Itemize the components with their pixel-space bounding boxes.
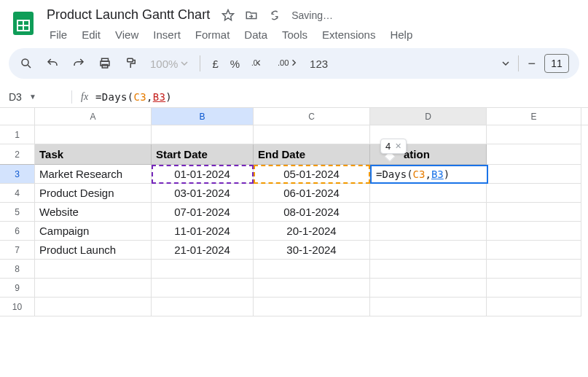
cell-B1[interactable]: [152, 125, 254, 144]
zoom-dropdown[interactable]: 100%: [150, 58, 188, 70]
formula-bar[interactable]: =Days(C3,B3): [95, 91, 172, 103]
search-icon[interactable]: [19, 56, 34, 71]
chevron-down-icon: ▼: [29, 93, 36, 101]
increase-decimal-icon[interactable]: .00: [278, 56, 298, 71]
cell-C9[interactable]: [254, 279, 370, 298]
menu-tools[interactable]: Tools: [276, 26, 313, 44]
undo-icon[interactable]: [45, 56, 60, 71]
font-size-decrease[interactable]: −: [528, 56, 536, 71]
select-all-corner[interactable]: [0, 108, 35, 125]
font-size-input[interactable]: 11: [544, 54, 569, 73]
row-header-10[interactable]: 10: [0, 298, 35, 316]
row-header-5[interactable]: 5: [0, 203, 35, 222]
row-header-4[interactable]: 4: [0, 184, 35, 203]
cell-D9[interactable]: [370, 279, 487, 298]
cell-A3[interactable]: Market Research: [35, 165, 152, 184]
star-icon[interactable]: [222, 9, 235, 22]
close-icon[interactable]: ✕: [395, 141, 401, 151]
number-format-button[interactable]: 123: [310, 58, 328, 70]
cell-A10[interactable]: [35, 298, 152, 316]
cell-C5[interactable]: 08-01-2024: [254, 203, 370, 222]
cell-C4[interactable]: 06-01-2024: [254, 184, 370, 203]
cell-D8[interactable]: [370, 260, 487, 279]
cell-D7[interactable]: [370, 241, 487, 260]
paint-format-icon[interactable]: [124, 56, 138, 71]
cell-E3[interactable]: [487, 165, 581, 184]
cell-E10[interactable]: [487, 298, 581, 316]
percent-button[interactable]: %: [230, 58, 240, 70]
fx-icon: fx: [81, 91, 88, 103]
cell-A8[interactable]: [35, 260, 152, 279]
cell-E8[interactable]: [487, 260, 581, 279]
cell-B10[interactable]: [152, 298, 254, 316]
cell-C1[interactable]: [254, 125, 370, 144]
redo-icon[interactable]: [71, 56, 86, 71]
menu-data[interactable]: Data: [238, 26, 273, 44]
sheets-logo[interactable]: [9, 9, 38, 38]
cell-B4[interactable]: 03-01-2024: [152, 184, 254, 203]
print-icon[interactable]: [98, 56, 112, 71]
cell-C2[interactable]: End Date: [254, 144, 370, 165]
cell-C10[interactable]: [254, 298, 370, 316]
cell-E2[interactable]: [487, 144, 581, 165]
cell-A6[interactable]: Campaign: [35, 222, 152, 241]
cell-A9[interactable]: [35, 279, 152, 298]
active-cell-D3[interactable]: =Days(C3,B3): [370, 165, 488, 184]
cell-B9[interactable]: [152, 279, 254, 298]
menu-help[interactable]: Help: [384, 26, 418, 44]
cell-A2[interactable]: Task: [35, 144, 152, 165]
currency-button[interactable]: £: [212, 58, 218, 70]
svg-line-6: [28, 65, 31, 68]
cell-E6[interactable]: [487, 222, 581, 241]
cell-E1[interactable]: [487, 125, 581, 144]
menu-edit[interactable]: Edit: [76, 26, 106, 44]
font-dropdown-icon[interactable]: [502, 58, 509, 69]
row-header-9[interactable]: 9: [0, 279, 35, 298]
cell-C8[interactable]: [254, 260, 370, 279]
col-header-B[interactable]: B: [152, 108, 254, 125]
cell-E4[interactable]: [487, 184, 581, 203]
row-header-7[interactable]: 7: [0, 241, 35, 260]
cell-E7[interactable]: [487, 241, 581, 260]
row-header-8[interactable]: 8: [0, 260, 35, 279]
cell-E9[interactable]: [487, 279, 581, 298]
menu-format[interactable]: Format: [189, 26, 236, 44]
doc-title[interactable]: Product Launch Gantt Chart: [44, 6, 213, 24]
cell-D10[interactable]: [370, 298, 487, 316]
col-header-D[interactable]: D: [370, 108, 487, 125]
row-header-3[interactable]: 3: [0, 165, 35, 184]
cell-C6[interactable]: 20-1-2024: [254, 222, 370, 241]
row-header-2[interactable]: 2: [0, 144, 35, 165]
cell-C3[interactable]: 05-01-2024: [254, 165, 370, 184]
cell-C7[interactable]: 30-1-2024: [254, 241, 370, 260]
cell-A7[interactable]: Product Launch: [35, 241, 152, 260]
cell-E5[interactable]: [487, 203, 581, 222]
menu-file[interactable]: File: [44, 26, 73, 44]
cell-B2[interactable]: Start Date: [152, 144, 254, 165]
cell-D6[interactable]: [370, 222, 487, 241]
move-folder-icon[interactable]: [245, 9, 258, 22]
cell-A4[interactable]: Product Design: [35, 184, 152, 203]
cell-D4[interactable]: [370, 184, 487, 203]
cell-B8[interactable]: [152, 260, 254, 279]
col-header-E[interactable]: E: [487, 108, 581, 125]
name-box[interactable]: D3 ▼: [9, 91, 67, 103]
row-header-1[interactable]: 1: [0, 125, 35, 144]
cell-B6[interactable]: 11-01-2024: [152, 222, 254, 241]
cell-A5[interactable]: Website: [35, 203, 152, 222]
cell-B7[interactable]: 21-01-2024: [152, 241, 254, 260]
menu-insert[interactable]: Insert: [147, 26, 187, 44]
row-header-6[interactable]: 6: [0, 222, 35, 241]
cloud-sync-icon[interactable]: [268, 9, 281, 22]
spreadsheet-grid[interactable]: A B C D E 1 2 Task Start Date End Date a…: [0, 108, 588, 316]
hint-value: 4: [385, 141, 391, 152]
col-header-C[interactable]: C: [254, 108, 370, 125]
col-header-A[interactable]: A: [35, 108, 152, 125]
menu-view[interactable]: View: [109, 26, 144, 44]
cell-B3[interactable]: 01-01-2024: [152, 165, 254, 184]
cell-A1[interactable]: [35, 125, 152, 144]
decrease-decimal-icon[interactable]: .0: [251, 56, 266, 71]
menu-extensions[interactable]: Extensions: [316, 26, 381, 44]
cell-B5[interactable]: 07-01-2024: [152, 203, 254, 222]
cell-D5[interactable]: [370, 203, 487, 222]
